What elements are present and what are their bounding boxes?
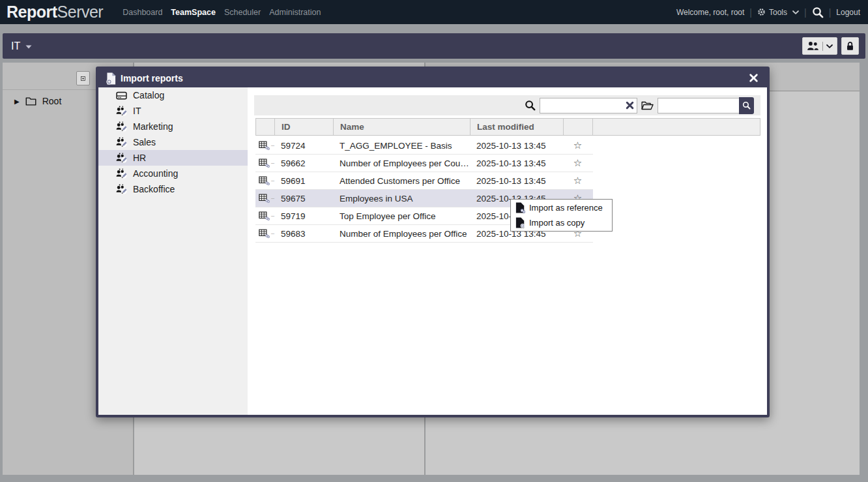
column-icon — [256, 119, 275, 135]
teamspace-icon — [115, 184, 128, 194]
logo-light: Server — [57, 3, 104, 21]
users-icon — [807, 41, 819, 51]
report-modified: 2025-10-13 13:45 — [470, 158, 563, 168]
import-report-icon — [106, 72, 116, 85]
teamspace-icon — [115, 137, 128, 147]
source-item-backoffice[interactable]: Backoffice — [98, 181, 248, 197]
source-item-label: Accounting — [133, 168, 178, 179]
report-id: 59662 — [274, 158, 333, 168]
source-item-marketing[interactable]: Marketing — [98, 119, 248, 134]
app-logo[interactable]: ReportServer — [7, 3, 103, 22]
teamspace-security-button[interactable] — [841, 37, 859, 55]
teamspace-icon — [115, 153, 128, 163]
global-search-icon[interactable] — [812, 7, 824, 18]
main-nav: Dashboard TeamSpace Scheduler Administra… — [123, 8, 321, 17]
teamspace-members-button[interactable] — [802, 37, 837, 55]
nav-scheduler[interactable]: Scheduler — [224, 8, 261, 17]
caret-down-icon — [25, 45, 32, 49]
search-input[interactable] — [658, 98, 739, 113]
column-last-modified[interactable]: Last modified — [470, 119, 564, 135]
column-favorite — [564, 119, 593, 135]
menu-import-as-copy[interactable]: Import as copy — [511, 215, 612, 230]
teamspace-bar: IT — [3, 33, 865, 59]
report-list-area: ID Name Last modified – 59724 T_AGG_EMPL… — [248, 87, 767, 415]
report-name: Employees in USA — [333, 194, 470, 203]
logout-link[interactable]: Logout — [836, 8, 860, 17]
search-go-button[interactable] — [739, 97, 754, 114]
report-link-icon — [259, 228, 270, 239]
welcome-text: Welcome, root, root — [676, 8, 744, 17]
source-item-label: HR — [133, 153, 146, 163]
column-id[interactable]: ID — [275, 119, 334, 135]
report-link-icon — [259, 175, 270, 186]
dialog-title: Import reports — [121, 73, 183, 83]
tools-label: Tools — [769, 8, 787, 17]
report-name: Attended Customers per Office — [333, 176, 470, 186]
report-id: 59675 — [274, 194, 333, 203]
favorite-star-icon[interactable]: ☆ — [563, 175, 592, 187]
expand-arrow-icon[interactable]: ▶ — [14, 98, 20, 105]
source-item-hr[interactable]: HR — [98, 150, 248, 166]
source-item-label: Backoffice — [133, 184, 175, 194]
teamspace-icon — [115, 106, 128, 116]
source-item-label: IT — [133, 106, 141, 116]
search-icon — [742, 101, 751, 110]
report-id: 59691 — [274, 176, 333, 186]
add-node-button[interactable] — [76, 71, 90, 85]
source-item-accounting[interactable]: Accounting — [98, 166, 248, 181]
filter-input[interactable] — [540, 98, 637, 113]
report-modified: 2025-10-13 13:45 — [470, 176, 563, 186]
search-group — [658, 97, 754, 114]
source-item-catalog[interactable]: Catalog — [98, 87, 248, 103]
source-item-label: Marketing — [133, 121, 173, 132]
tools-menu[interactable]: Tools — [757, 8, 787, 17]
nav-teamspace[interactable]: TeamSpace — [171, 8, 216, 17]
divider: | — [829, 7, 832, 18]
chevron-down-icon — [826, 44, 833, 48]
report-name: Number of Employees per Cou… — [333, 158, 470, 168]
teamspace-actions — [802, 37, 859, 55]
report-link-icon — [259, 193, 270, 203]
report-name: T_AGG_EMPLOYEE - Basis — [333, 141, 470, 151]
browse-folder-icon[interactable] — [641, 101, 654, 110]
import-reports-dialog: Import reports Catalog IT Marketing — [96, 67, 770, 417]
favorite-star-icon[interactable]: ☆ — [563, 157, 592, 169]
filter-search-icon — [525, 100, 536, 111]
menu-import-as-reference[interactable]: Import as reference — [511, 200, 612, 215]
report-id: 59719 — [274, 211, 333, 221]
import-context-menu: Import as reference Import as copy — [510, 199, 613, 232]
nav-dashboard[interactable]: Dashboard — [123, 8, 162, 17]
close-icon[interactable] — [749, 73, 759, 83]
header-right: Welcome, root, root | Tools | | Logout — [676, 7, 860, 18]
tree-node-label: Root — [42, 96, 62, 106]
lock-icon — [846, 41, 854, 51]
doc-plus-icon — [515, 217, 525, 228]
report-id: 59724 — [274, 141, 333, 151]
gear-icon — [757, 8, 766, 16]
report-link-icon — [259, 140, 270, 151]
report-name: Top Employee per Office — [333, 211, 470, 221]
divider — [822, 42, 823, 51]
search-toolbar — [254, 95, 760, 115]
report-row[interactable]: – 59691 Attended Customers per Office 20… — [255, 172, 593, 190]
source-item-sales[interactable]: Sales — [98, 134, 248, 150]
favorite-star-icon[interactable]: ☆ — [563, 140, 592, 151]
report-row[interactable]: – 59724 T_AGG_EMPLOYEE - Basis 2025-10-1… — [255, 137, 593, 155]
menu-item-label: Import as reference — [529, 203, 603, 213]
clear-filter-icon[interactable] — [626, 101, 634, 110]
column-name[interactable]: Name — [334, 119, 470, 135]
top-header: ReportServer Dashboard TeamSpace Schedul… — [0, 0, 868, 24]
report-link-icon — [259, 158, 270, 168]
source-item-label: Catalog — [133, 90, 164, 100]
nav-administration[interactable]: Administration — [269, 8, 321, 17]
folder-icon — [25, 97, 36, 106]
report-link-icon — [259, 211, 270, 221]
reportserver-app: ReportServer Dashboard TeamSpace Schedul… — [0, 0, 868, 482]
dialog-body: Catalog IT Marketing Sales HR — [98, 87, 767, 415]
report-row[interactable]: – 59662 Number of Employees per Cou… 202… — [255, 155, 593, 172]
tools-chevron-down-icon[interactable] — [792, 10, 799, 14]
teamspace-selector[interactable]: IT — [11, 40, 32, 52]
teamspace-icon — [115, 121, 128, 132]
report-modified: 2025-10-13 13:45 — [470, 141, 563, 151]
source-item-it[interactable]: IT — [98, 103, 248, 119]
